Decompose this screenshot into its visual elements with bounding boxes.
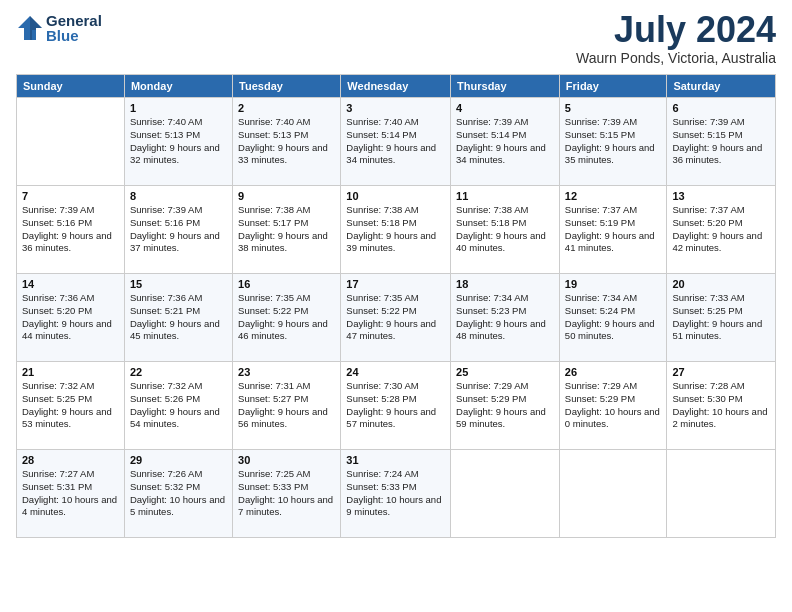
table-row: 14Sunrise: 7:36 AMSunset: 5:20 PMDayligh…: [17, 274, 125, 362]
table-row: 2Sunrise: 7:40 AMSunset: 5:13 PMDaylight…: [233, 98, 341, 186]
table-row: 3Sunrise: 7:40 AMSunset: 5:14 PMDaylight…: [341, 98, 451, 186]
day-number: 20: [672, 278, 770, 290]
table-row: [667, 450, 776, 538]
day-number: 30: [238, 454, 335, 466]
logo-icon: [16, 14, 44, 42]
day-number: 22: [130, 366, 227, 378]
day-number: 6: [672, 102, 770, 114]
table-row: 5Sunrise: 7:39 AMSunset: 5:15 PMDaylight…: [559, 98, 667, 186]
table-row: [451, 450, 560, 538]
day-number: 7: [22, 190, 119, 202]
day-info: Sunrise: 7:39 AMSunset: 5:16 PMDaylight:…: [130, 204, 227, 255]
table-row: 31Sunrise: 7:24 AMSunset: 5:33 PMDayligh…: [341, 450, 451, 538]
calendar-week-row: 14Sunrise: 7:36 AMSunset: 5:20 PMDayligh…: [17, 274, 776, 362]
day-info: Sunrise: 7:38 AMSunset: 5:18 PMDaylight:…: [346, 204, 445, 255]
table-row: 30Sunrise: 7:25 AMSunset: 5:33 PMDayligh…: [233, 450, 341, 538]
table-row: 29Sunrise: 7:26 AMSunset: 5:32 PMDayligh…: [124, 450, 232, 538]
day-info: Sunrise: 7:26 AMSunset: 5:32 PMDaylight:…: [130, 468, 227, 519]
day-number: 5: [565, 102, 662, 114]
day-number: 31: [346, 454, 445, 466]
table-row: 23Sunrise: 7:31 AMSunset: 5:27 PMDayligh…: [233, 362, 341, 450]
day-number: 3: [346, 102, 445, 114]
day-info: Sunrise: 7:35 AMSunset: 5:22 PMDaylight:…: [238, 292, 335, 343]
table-row: 17Sunrise: 7:35 AMSunset: 5:22 PMDayligh…: [341, 274, 451, 362]
day-info: Sunrise: 7:38 AMSunset: 5:17 PMDaylight:…: [238, 204, 335, 255]
day-info: Sunrise: 7:37 AMSunset: 5:20 PMDaylight:…: [672, 204, 770, 255]
table-row: [559, 450, 667, 538]
table-row: [17, 98, 125, 186]
day-number: 25: [456, 366, 554, 378]
day-info: Sunrise: 7:40 AMSunset: 5:13 PMDaylight:…: [130, 116, 227, 167]
day-number: 16: [238, 278, 335, 290]
day-number: 8: [130, 190, 227, 202]
day-number: 21: [22, 366, 119, 378]
day-number: 11: [456, 190, 554, 202]
title-block: July 2024 Waurn Ponds, Victoria, Austral…: [576, 12, 776, 66]
day-info: Sunrise: 7:24 AMSunset: 5:33 PMDaylight:…: [346, 468, 445, 519]
table-row: 21Sunrise: 7:32 AMSunset: 5:25 PMDayligh…: [17, 362, 125, 450]
day-info: Sunrise: 7:32 AMSunset: 5:25 PMDaylight:…: [22, 380, 119, 431]
day-info: Sunrise: 7:40 AMSunset: 5:13 PMDaylight:…: [238, 116, 335, 167]
table-row: 18Sunrise: 7:34 AMSunset: 5:23 PMDayligh…: [451, 274, 560, 362]
day-number: 9: [238, 190, 335, 202]
day-number: 10: [346, 190, 445, 202]
table-row: 7Sunrise: 7:39 AMSunset: 5:16 PMDaylight…: [17, 186, 125, 274]
day-info: Sunrise: 7:33 AMSunset: 5:25 PMDaylight:…: [672, 292, 770, 343]
table-row: 8Sunrise: 7:39 AMSunset: 5:16 PMDaylight…: [124, 186, 232, 274]
table-row: 9Sunrise: 7:38 AMSunset: 5:17 PMDaylight…: [233, 186, 341, 274]
day-info: Sunrise: 7:37 AMSunset: 5:19 PMDaylight:…: [565, 204, 662, 255]
table-row: 25Sunrise: 7:29 AMSunset: 5:29 PMDayligh…: [451, 362, 560, 450]
day-info: Sunrise: 7:39 AMSunset: 5:16 PMDaylight:…: [22, 204, 119, 255]
day-info: Sunrise: 7:29 AMSunset: 5:29 PMDaylight:…: [565, 380, 662, 431]
day-info: Sunrise: 7:32 AMSunset: 5:26 PMDaylight:…: [130, 380, 227, 431]
day-number: 24: [346, 366, 445, 378]
table-row: 15Sunrise: 7:36 AMSunset: 5:21 PMDayligh…: [124, 274, 232, 362]
day-number: 26: [565, 366, 662, 378]
table-row: 4Sunrise: 7:39 AMSunset: 5:14 PMDaylight…: [451, 98, 560, 186]
day-info: Sunrise: 7:30 AMSunset: 5:28 PMDaylight:…: [346, 380, 445, 431]
day-number: 2: [238, 102, 335, 114]
logo-text: General Blue: [46, 12, 102, 44]
day-number: 29: [130, 454, 227, 466]
day-number: 28: [22, 454, 119, 466]
location-title: Waurn Ponds, Victoria, Australia: [576, 50, 776, 66]
day-number: 15: [130, 278, 227, 290]
day-info: Sunrise: 7:39 AMSunset: 5:14 PMDaylight:…: [456, 116, 554, 167]
calendar-table: Sunday Monday Tuesday Wednesday Thursday…: [16, 74, 776, 538]
col-thursday: Thursday: [451, 75, 560, 98]
col-tuesday: Tuesday: [233, 75, 341, 98]
calendar-week-row: 28Sunrise: 7:27 AMSunset: 5:31 PMDayligh…: [17, 450, 776, 538]
table-row: 27Sunrise: 7:28 AMSunset: 5:30 PMDayligh…: [667, 362, 776, 450]
col-saturday: Saturday: [667, 75, 776, 98]
day-number: 19: [565, 278, 662, 290]
month-title: July 2024: [576, 12, 776, 48]
day-info: Sunrise: 7:40 AMSunset: 5:14 PMDaylight:…: [346, 116, 445, 167]
calendar-header-row: Sunday Monday Tuesday Wednesday Thursday…: [17, 75, 776, 98]
table-row: 10Sunrise: 7:38 AMSunset: 5:18 PMDayligh…: [341, 186, 451, 274]
table-row: 6Sunrise: 7:39 AMSunset: 5:15 PMDaylight…: [667, 98, 776, 186]
day-info: Sunrise: 7:25 AMSunset: 5:33 PMDaylight:…: [238, 468, 335, 519]
day-number: 27: [672, 366, 770, 378]
day-info: Sunrise: 7:39 AMSunset: 5:15 PMDaylight:…: [672, 116, 770, 167]
table-row: 12Sunrise: 7:37 AMSunset: 5:19 PMDayligh…: [559, 186, 667, 274]
day-number: 14: [22, 278, 119, 290]
table-row: 26Sunrise: 7:29 AMSunset: 5:29 PMDayligh…: [559, 362, 667, 450]
day-number: 23: [238, 366, 335, 378]
table-row: 19Sunrise: 7:34 AMSunset: 5:24 PMDayligh…: [559, 274, 667, 362]
calendar-week-row: 7Sunrise: 7:39 AMSunset: 5:16 PMDaylight…: [17, 186, 776, 274]
day-number: 12: [565, 190, 662, 202]
day-info: Sunrise: 7:34 AMSunset: 5:24 PMDaylight:…: [565, 292, 662, 343]
logo: General Blue: [16, 12, 102, 44]
day-info: Sunrise: 7:29 AMSunset: 5:29 PMDaylight:…: [456, 380, 554, 431]
day-info: Sunrise: 7:36 AMSunset: 5:21 PMDaylight:…: [130, 292, 227, 343]
day-number: 18: [456, 278, 554, 290]
day-info: Sunrise: 7:38 AMSunset: 5:18 PMDaylight:…: [456, 204, 554, 255]
table-row: 20Sunrise: 7:33 AMSunset: 5:25 PMDayligh…: [667, 274, 776, 362]
table-row: 13Sunrise: 7:37 AMSunset: 5:20 PMDayligh…: [667, 186, 776, 274]
day-number: 1: [130, 102, 227, 114]
day-info: Sunrise: 7:27 AMSunset: 5:31 PMDaylight:…: [22, 468, 119, 519]
col-friday: Friday: [559, 75, 667, 98]
table-row: 11Sunrise: 7:38 AMSunset: 5:18 PMDayligh…: [451, 186, 560, 274]
day-info: Sunrise: 7:31 AMSunset: 5:27 PMDaylight:…: [238, 380, 335, 431]
day-info: Sunrise: 7:34 AMSunset: 5:23 PMDaylight:…: [456, 292, 554, 343]
